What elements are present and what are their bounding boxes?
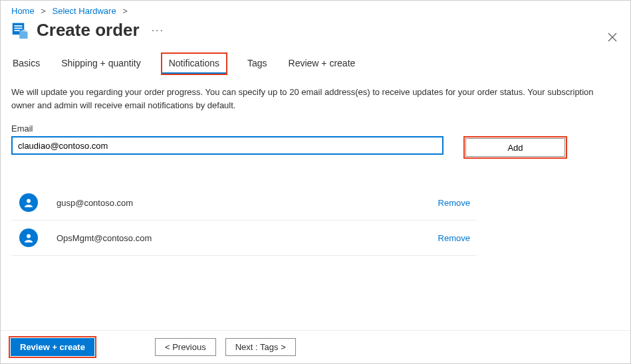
person-icon <box>19 193 38 212</box>
breadcrumb-home[interactable]: Home <box>11 6 35 16</box>
svg-rect-3 <box>14 30 20 31</box>
chevron-right-icon: > <box>122 6 128 16</box>
email-list: gusp@contoso.com Remove OpsMgmt@contoso.… <box>11 185 620 256</box>
tab-notifications[interactable]: Notifications <box>161 52 227 75</box>
email-address: OpsMgmt@contoso.com <box>57 233 438 243</box>
svg-rect-2 <box>14 27 22 29</box>
svg-point-8 <box>27 199 31 203</box>
add-button[interactable]: Add <box>465 138 565 157</box>
review-create-button[interactable]: Review + create <box>11 338 94 356</box>
remove-link[interactable]: Remove <box>438 198 470 208</box>
email-label: Email <box>11 124 620 134</box>
close-icon <box>608 33 617 42</box>
page-header: Create order ··· <box>1 17 630 52</box>
tab-tags[interactable]: Tags <box>246 52 269 75</box>
svg-rect-1 <box>14 25 22 27</box>
wizard-footer: Review + create < Previous Next : Tags > <box>1 330 630 363</box>
email-address: gusp@contoso.com <box>57 198 438 208</box>
next-button[interactable]: Next : Tags > <box>225 338 296 356</box>
tab-content: We will update you regarding your order … <box>1 86 630 256</box>
list-item: OpsMgmt@contoso.com Remove <box>11 221 477 256</box>
breadcrumb: Home > Select Hardware > <box>1 1 630 17</box>
svg-point-9 <box>27 234 31 238</box>
email-input[interactable] <box>11 136 443 155</box>
more-commands-button[interactable]: ··· <box>152 25 164 37</box>
page-title: Create order <box>37 20 140 41</box>
close-button[interactable] <box>608 33 617 44</box>
svg-rect-4 <box>19 31 27 39</box>
tab-review-create[interactable]: Review + create <box>287 52 357 75</box>
order-icon <box>11 21 30 40</box>
previous-button[interactable]: < Previous <box>155 338 216 356</box>
tab-shipping[interactable]: Shipping + quantity <box>60 52 142 75</box>
chevron-right-icon: > <box>41 6 46 16</box>
list-item: gusp@contoso.com Remove <box>11 185 477 221</box>
notifications-description: We will update you regarding your order … <box>11 86 610 112</box>
remove-link[interactable]: Remove <box>438 233 470 243</box>
tab-basics[interactable]: Basics <box>11 52 41 75</box>
person-icon <box>19 228 38 247</box>
breadcrumb-select-hardware[interactable]: Select Hardware <box>53 6 116 16</box>
tab-strip: Basics Shipping + quantity Notifications… <box>1 52 630 75</box>
